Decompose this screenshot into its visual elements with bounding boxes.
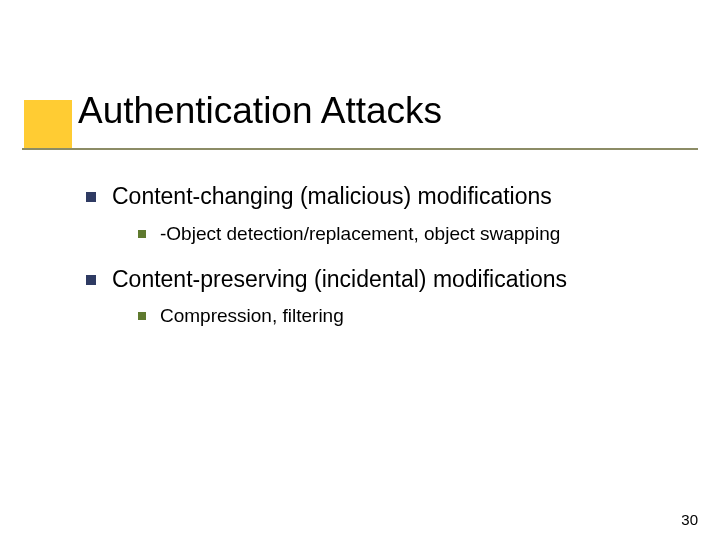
title-accent-block <box>24 100 72 148</box>
square-bullet-icon <box>138 230 146 238</box>
slide-title: Authentication Attacks <box>78 90 442 132</box>
bullet-level2: Compression, filtering <box>138 304 686 329</box>
bullet-text: Content-changing (malicious) modificatio… <box>112 182 552 212</box>
bullet-level1: Content-preserving (incidental) modifica… <box>86 265 686 295</box>
square-bullet-icon <box>86 192 96 202</box>
slide: Authentication Attacks Content-changing … <box>0 0 720 540</box>
bullet-text: Content-preserving (incidental) modifica… <box>112 265 567 295</box>
bullet-text: Compression, filtering <box>160 304 344 329</box>
bullet-level1: Content-changing (malicious) modificatio… <box>86 182 686 212</box>
square-bullet-icon <box>86 275 96 285</box>
title-underline <box>22 148 698 150</box>
page-number: 30 <box>681 511 698 528</box>
bullet-level2: -Object detection/replacement, object sw… <box>138 222 686 247</box>
slide-body: Content-changing (malicious) modificatio… <box>86 182 686 347</box>
square-bullet-icon <box>138 312 146 320</box>
bullet-text: -Object detection/replacement, object sw… <box>160 222 560 247</box>
